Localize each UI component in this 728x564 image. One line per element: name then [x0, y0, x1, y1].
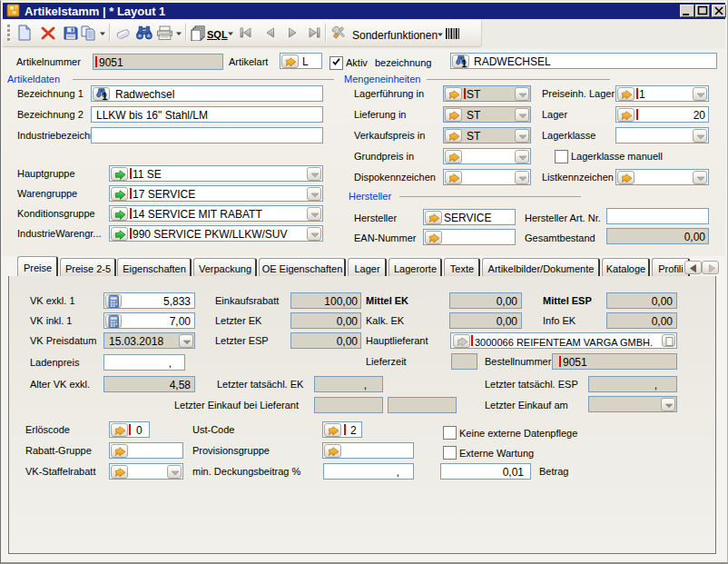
svg-text:1: 1 [461, 59, 467, 68]
svg-text:1: 1 [102, 92, 107, 101]
